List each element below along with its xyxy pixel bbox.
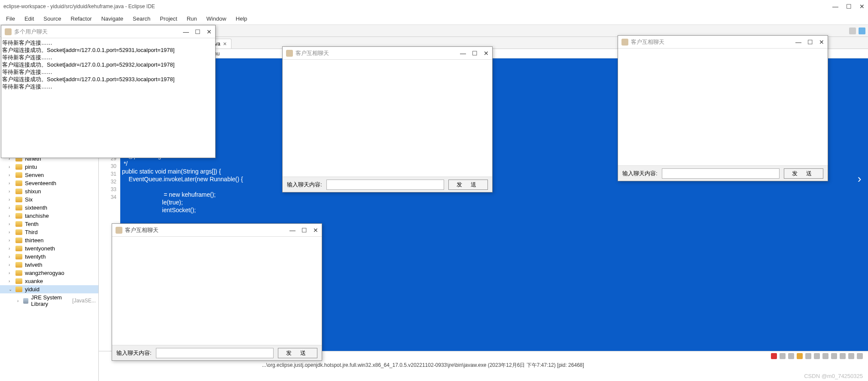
child-title-bar[interactable]: 客户互相聊天 — ☐ ✕ [618,36,828,49]
close-icon[interactable]: ✕ [484,50,489,57]
tree-arrow-icon: › [9,181,13,186]
folder-icon [15,254,22,259]
sidebar-item-tenth[interactable]: ›Tenth [0,220,98,228]
open-console-icon[interactable] [840,353,846,359]
send-button[interactable]: 发 送 [784,168,823,179]
pin-console-icon[interactable] [822,353,828,359]
sidebar-item-tanchishe[interactable]: ›tanchishe [0,212,98,220]
menu-run[interactable]: Run [183,14,201,24]
expand-right-icon[interactable]: › [851,170,868,187]
window-chat-3[interactable]: 客户互相聊天 — ☐ ✕ 输入聊天内容: 发 送 [618,35,828,181]
sidebar-item-yiduid[interactable]: ⌄yiduid [0,285,98,293]
window-chat-1[interactable]: 客户互相聊天 — ☐ ✕ 输入聊天内容: 发 送 [112,223,322,361]
sidebar-item-xuanke[interactable]: ›xuanke [0,277,98,285]
menu-navigate[interactable]: Navigate [97,14,128,24]
sidebar-item-shixun[interactable]: ›shixun [0,187,98,195]
sidebar-item-label: Seventeenth [25,180,56,186]
java-app-icon [286,50,293,57]
minimize-icon[interactable]: — [795,39,801,46]
child-title-bar[interactable]: 多个用户聊天 — ☐ ✕ [1,25,215,38]
sidebar-item-label: twentyoneth [25,245,55,252]
sidebar-item-twlveth[interactable]: ›twlveth [0,261,98,269]
chat-input[interactable] [156,348,274,358]
tree-arrow-icon: › [9,262,13,267]
sidebar-item-third[interactable]: ›Third [0,228,98,236]
minimize-icon[interactable]: — [289,227,295,234]
line-number: 31 [102,170,116,178]
minimize-icon[interactable]: — [832,3,838,10]
sidebar-item-seventeenth[interactable]: ›Seventeenth [0,179,98,187]
sidebar-item-label: JRE System Library [31,294,70,307]
close-icon[interactable]: ✕ [859,3,865,10]
tree-arrow-icon: › [17,299,21,303]
close-icon[interactable]: ✕ [819,39,824,46]
menu-project[interactable]: Project [155,14,181,24]
menu-file[interactable]: File [2,14,19,24]
sidebar-item-twentyoneth[interactable]: ›twentyoneth [0,244,98,253]
clear-console-icon[interactable] [797,353,803,359]
sidebar-item-label: twentyth [25,253,46,260]
perspective-java-icon[interactable] [859,27,865,34]
sidebar-item-jre[interactable]: ›JRE System Library [JavaSE... [0,293,98,308]
folder-icon [15,246,22,251]
sidebar-item-sixteenth[interactable]: ›sixteenth [0,204,98,212]
remove-all-icon[interactable] [788,353,794,359]
menu-edit[interactable]: Edit [20,14,38,24]
chat-input[interactable] [326,180,445,190]
maximize-icon[interactable]: ☐ [846,3,852,10]
lib-suffix: [JavaSE... [72,298,96,304]
menu-window[interactable]: Window [202,14,231,24]
sidebar-item-label: twlveth [25,262,42,268]
tree-arrow-icon: › [9,189,13,194]
window-server-chat[interactable]: 多个用户聊天 — ☐ ✕ 等待新客户连接…… 客户端连接成功。Socket[ad… [1,25,216,158]
word-wrap-icon[interactable] [814,353,820,359]
menu-help[interactable]: Help [231,14,252,24]
maximize-icon[interactable]: ☐ [807,39,813,46]
chat-input[interactable] [662,168,780,179]
remove-launch-icon[interactable] [780,353,786,359]
folder-icon [15,180,22,186]
folder-icon [15,270,22,276]
sidebar-item-thirteen[interactable]: ›thirteen [0,236,98,244]
maximize-icon[interactable]: ☐ [302,227,307,234]
sidebar-item-twentyth[interactable]: ›twentyth [0,253,98,261]
close-icon[interactable]: ✕ [313,227,318,234]
window-chat-2[interactable]: 客户互相聊天 — ☐ ✕ 输入聊天内容: 发 送 [282,46,493,192]
sidebar-item-wangzherogyao[interactable]: ›wangzherogyao [0,269,98,277]
quick-search-icon[interactable] [849,27,856,34]
maximize-icon[interactable]: ☐ [472,50,478,57]
maximize-icon[interactable]: ☐ [195,28,201,35]
terminate-icon[interactable] [771,353,777,359]
display-console-icon[interactable] [831,353,837,359]
min-view-icon[interactable] [848,353,854,359]
sidebar-item-pintu[interactable]: ›pintu [0,163,98,171]
sidebar-item-label: shixun [25,188,41,195]
minimize-icon[interactable]: — [460,50,466,57]
menu-search[interactable]: Search [128,14,155,24]
tree-arrow-icon: › [9,254,13,259]
max-view-icon[interactable] [857,353,863,359]
send-button[interactable]: 发 送 [278,348,317,358]
close-icon[interactable]: ✕ [207,28,212,35]
library-icon [23,298,29,304]
menu-source[interactable]: Source [39,14,65,24]
scroll-lock-icon[interactable] [805,353,811,359]
child-title-bar[interactable]: 客户互相聊天 — ☐ ✕ [112,224,322,237]
chat-body [283,60,492,177]
menu-refactor[interactable]: Refactor [67,14,96,24]
app-title-bar: eclipse-workspace - yiduid/src/yiduid/ke… [0,0,868,13]
tree-arrow-icon: › [9,222,13,226]
minimize-icon[interactable]: — [183,28,189,35]
sidebar-item-label: tanchishe [25,213,49,219]
sidebar-item-six[interactable]: ›Six [0,195,98,204]
line-number: 32 [102,178,116,186]
tree-arrow-icon: › [9,271,13,275]
folder-icon [15,197,22,202]
send-button[interactable]: 发 送 [448,180,488,190]
tab-close-icon[interactable]: ✕ [223,41,227,47]
sidebar-item-senven[interactable]: ›Senven [0,171,98,179]
folder-icon [15,189,22,194]
server-log-body: 等待新客户连接…… 客户端连接成功。Socket[addr=/127.0.0.1… [1,38,215,158]
child-title-bar[interactable]: 客户互相聊天 — ☐ ✕ [283,47,492,60]
sidebar-item-label: xuanke [25,278,43,284]
